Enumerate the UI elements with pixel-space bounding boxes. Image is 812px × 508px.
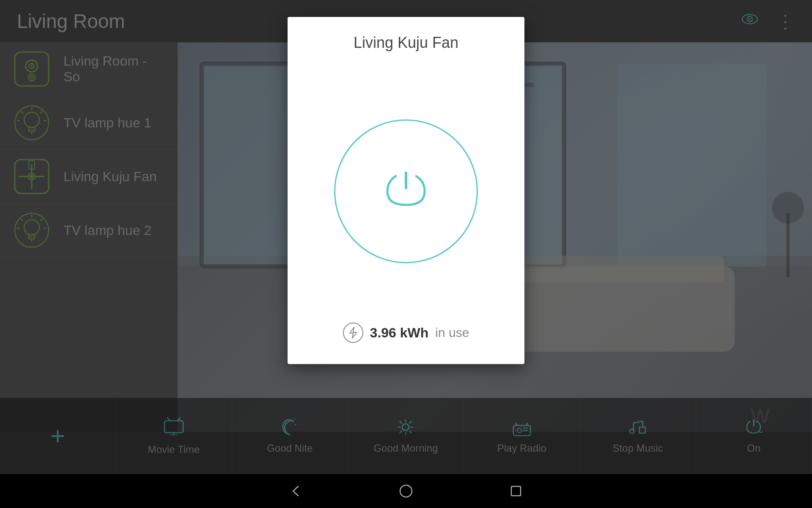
svg-rect-81 [511, 486, 521, 496]
svg-point-80 [400, 485, 412, 497]
power-toggle-button[interactable] [334, 119, 478, 263]
energy-value: 3.96 kWh [370, 325, 429, 341]
energy-info: 3.96 kWh in use [343, 323, 469, 343]
back-button[interactable] [283, 478, 309, 504]
fan-control-modal: Living Kuju Fan 3.96 kWh in use [288, 17, 524, 364]
energy-status: in use [435, 326, 469, 340]
power-icon [381, 166, 431, 217]
lightning-icon [343, 323, 363, 343]
recents-button[interactable] [503, 478, 529, 504]
modal-title: Living Kuju Fan [354, 34, 458, 52]
android-nav-bar [0, 474, 812, 508]
power-button-area [334, 69, 478, 314]
home-button[interactable] [393, 478, 419, 504]
